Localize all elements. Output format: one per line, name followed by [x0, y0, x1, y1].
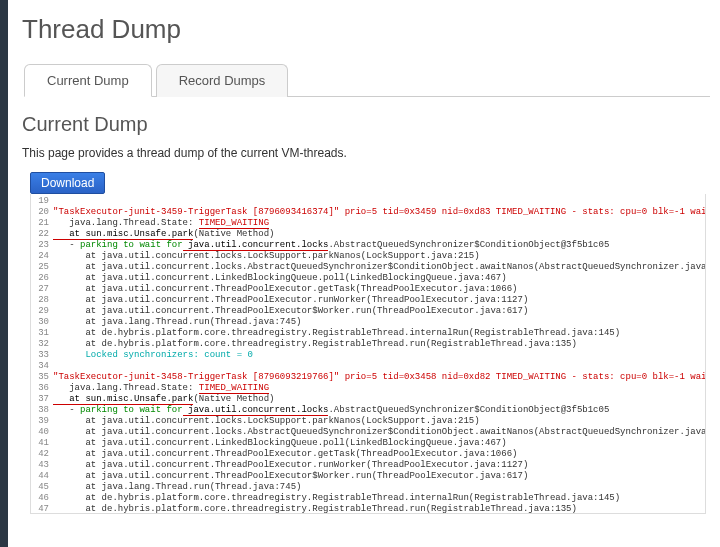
dump-line: 27 at java.util.concurrent.ThreadPoolExe…: [31, 284, 705, 295]
tab-current-dump[interactable]: Current Dump: [24, 64, 152, 97]
page-content: Thread Dump Current Dump Record Dumps Cu…: [8, 0, 720, 514]
tab-bar: Current Dump Record Dumps: [24, 63, 710, 97]
dump-line: 46 at de.hybris.platform.core.threadregi…: [31, 493, 705, 504]
dump-line: 35"TaskExecutor-junit-3458-TriggerTask […: [31, 372, 705, 383]
dump-line: 43 at java.util.concurrent.ThreadPoolExe…: [31, 460, 705, 471]
dump-line: 34: [31, 361, 705, 372]
dump-line: 24 at java.util.concurrent.locks.LockSup…: [31, 251, 705, 262]
dump-line: 47 at de.hybris.platform.core.threadregi…: [31, 504, 705, 514]
dump-line: 41 at java.util.concurrent.LinkedBlockin…: [31, 438, 705, 449]
dump-line: 36 java.lang.Thread.State: TIMED_WAITING: [31, 383, 705, 394]
dump-line: 37 at sun.misc.Unsafe.park(Native Method…: [31, 394, 705, 405]
dump-line: 23 - parking to wait for java.util.concu…: [31, 240, 705, 251]
tab-record-dumps[interactable]: Record Dumps: [156, 64, 289, 97]
dump-line: 25 at java.util.concurrent.locks.Abstrac…: [31, 262, 705, 273]
download-button[interactable]: Download: [30, 172, 105, 194]
dump-line: 29 at java.util.concurrent.ThreadPoolExe…: [31, 306, 705, 317]
dump-line: 38 - parking to wait for java.util.concu…: [31, 405, 705, 416]
section-title: Current Dump: [22, 113, 710, 136]
section-description: This page provides a thread dump of the …: [22, 146, 710, 160]
dump-line: 30 at java.lang.Thread.run(Thread.java:7…: [31, 317, 705, 328]
dump-line: 28 at java.util.concurrent.ThreadPoolExe…: [31, 295, 705, 306]
dump-line: 22 at sun.misc.Unsafe.park(Native Method…: [31, 229, 705, 240]
dump-line: 32 at de.hybris.platform.core.threadregi…: [31, 339, 705, 350]
page-title: Thread Dump: [22, 14, 710, 45]
left-accent-strip: [0, 0, 8, 547]
dump-line: 45 at java.lang.Thread.run(Thread.java:7…: [31, 482, 705, 493]
dump-line: 44 at java.util.concurrent.ThreadPoolExe…: [31, 471, 705, 482]
thread-dump-output[interactable]: 1920"TaskExecutor-junit-3459-TriggerTask…: [30, 194, 706, 514]
dump-line: 26 at java.util.concurrent.LinkedBlockin…: [31, 273, 705, 284]
dump-line: 42 at java.util.concurrent.ThreadPoolExe…: [31, 449, 705, 460]
dump-line: 21 java.lang.Thread.State: TIMED_WAITING: [31, 218, 705, 229]
dump-line: 19: [31, 196, 705, 207]
dump-line: 33 Locked synchronizers: count = 0: [31, 350, 705, 361]
dump-line: 40 at java.util.concurrent.locks.Abstrac…: [31, 427, 705, 438]
dump-line: 20"TaskExecutor-junit-3459-TriggerTask […: [31, 207, 705, 218]
dump-line: 39 at java.util.concurrent.locks.LockSup…: [31, 416, 705, 427]
dump-line: 31 at de.hybris.platform.core.threadregi…: [31, 328, 705, 339]
